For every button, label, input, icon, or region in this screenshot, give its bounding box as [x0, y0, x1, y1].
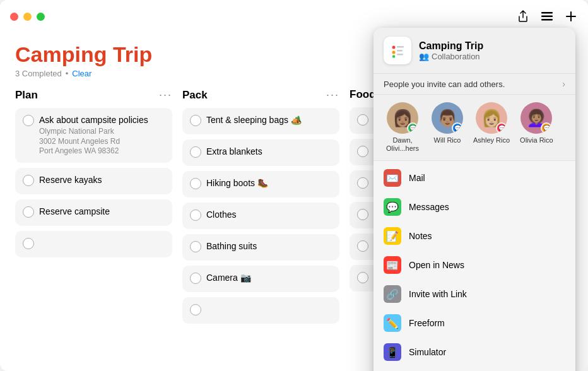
checkbox[interactable]	[23, 115, 34, 126]
avatars-row: 👩🏽 💬 Dawn, Olivi...hers 👨🏽 💬 Will Rico 👩…	[373, 95, 575, 161]
menu-item-shortcuts[interactable]: ⚡ Shortcuts	[373, 367, 575, 371]
avatar-name: Olivia Rico	[520, 136, 553, 144]
list-item-empty[interactable]	[15, 231, 172, 257]
zoom-button[interactable]	[37, 13, 45, 21]
menu-item-mail[interactable]: ✉️ Mail	[373, 163, 575, 192]
checkbox[interactable]	[357, 114, 368, 126]
checkbox[interactable]	[190, 209, 201, 221]
main-window: Camping Trip 3 Completed • Clear Plan ··…	[0, 0, 588, 371]
svg-rect-7	[397, 46, 404, 48]
avatar-badge: 💬	[496, 122, 507, 134]
column-pack-title: Pack	[182, 89, 208, 102]
list-item[interactable]: Hiking boots 🥾	[182, 171, 339, 197]
notes-icon: 📝	[384, 227, 401, 245]
item-text: Ask about campsite policies	[39, 114, 148, 127]
list-item[interactable]: Extra blankets	[182, 139, 339, 166]
checkbox[interactable]	[190, 178, 201, 189]
menu-item-simulator[interactable]: 📱 Simulator	[373, 338, 575, 367]
list-item[interactable]: Tent & sleeping bags 🏕️	[182, 108, 339, 134]
popup-header: Camping Trip 👥 Collaboration	[373, 28, 575, 74]
popup-invite-row[interactable]: People you invite can add others. ›	[373, 74, 575, 95]
link-icon: 🔗	[384, 285, 401, 303]
chevron-right-icon: ›	[562, 79, 565, 89]
avatar-name: Will Rico	[434, 136, 461, 144]
item-text: Bathing suits	[206, 240, 257, 253]
list-item[interactable]: Bathing suits	[182, 234, 339, 261]
svg-rect-8	[397, 50, 403, 52]
menu-item-label: Mail	[409, 173, 425, 183]
menu-items: ✉️ Mail 💬 Messages 📝 Notes 📰 Open in New…	[373, 161, 575, 371]
column-plan-header: Plan ···	[15, 88, 172, 102]
add-button[interactable]	[564, 9, 578, 23]
popup-invite-text: People you invite can add others.	[384, 80, 505, 89]
checkbox[interactable]	[190, 146, 201, 158]
menu-item-messages[interactable]: 💬 Messages	[373, 192, 575, 221]
list-item[interactable]: Reserve kayaks	[15, 168, 172, 194]
traffic-lights	[10, 13, 45, 21]
checkbox[interactable]	[357, 209, 368, 220]
checkbox[interactable]	[357, 177, 368, 189]
avatar-name: Dawn, Olivi...hers	[384, 136, 421, 153]
item-text: Reserve campsite	[39, 206, 110, 218]
minimize-button[interactable]	[23, 13, 32, 21]
list-item-empty[interactable]	[182, 297, 339, 324]
avatar-olivia[interactable]: 👩🏽‍🦱 💬 Olivia Rico	[520, 102, 553, 153]
checkbox[interactable]	[190, 273, 201, 284]
avatar-will[interactable]: 👨🏽 💬 Will Rico	[432, 102, 463, 153]
svg-point-5	[392, 51, 396, 54]
menu-item-label: Invite with Link	[409, 289, 467, 299]
checkbox[interactable]	[190, 304, 201, 315]
clear-button[interactable]: Clear	[72, 69, 91, 78]
freeform-icon: ✏️	[384, 314, 401, 332]
view-button[interactable]	[540, 9, 554, 23]
avatar-dawn[interactable]: 👩🏽 💬 Dawn, Olivi...hers	[384, 102, 421, 153]
svg-point-4	[392, 46, 396, 49]
checkbox[interactable]	[357, 272, 368, 283]
menu-item-freeform[interactable]: ✏️ Freeform	[373, 309, 575, 338]
item-text: Reserve kayaks	[39, 174, 102, 187]
column-pack-menu[interactable]: ···	[326, 88, 339, 102]
svg-rect-0	[541, 12, 553, 14]
messages-icon: 💬	[384, 198, 401, 216]
item-text: Extra blankets	[206, 146, 262, 158]
column-pack: Pack ··· Tent & sleeping bags 🏕️ Extra b…	[182, 88, 350, 356]
item-text: Camera 📷	[206, 272, 251, 285]
svg-rect-1	[541, 16, 553, 18]
popup-subtitle: 👥 Collaboration	[419, 52, 483, 61]
news-icon: 📰	[384, 256, 401, 274]
column-plan-title: Plan	[15, 89, 38, 102]
checkbox[interactable]	[357, 146, 368, 157]
menu-item-invite-with-link[interactable]: 🔗 Invite with Link	[373, 280, 575, 309]
list-item[interactable]: Ask about campsite policies Olympic Nati…	[15, 108, 172, 162]
avatar-badge: 💬	[541, 122, 552, 134]
item-text: Hiking boots 🥾	[206, 177, 268, 190]
menu-item-label: Messages	[409, 202, 449, 212]
completed-count: 3 Completed	[15, 69, 62, 78]
avatar-circle: 👩🏽‍🦱 💬	[520, 102, 552, 134]
menu-item-notes[interactable]: 📝 Notes	[373, 221, 575, 250]
checkbox[interactable]	[357, 240, 368, 252]
column-plan-menu[interactable]: ···	[159, 88, 172, 102]
list-item[interactable]: Camera 📷	[182, 266, 339, 292]
checkbox[interactable]	[190, 115, 201, 126]
close-button[interactable]	[10, 13, 18, 21]
share-button[interactable]	[516, 9, 530, 23]
checkbox[interactable]	[23, 175, 34, 186]
checkbox[interactable]	[23, 206, 34, 218]
column-plan: Plan ··· Ask about campsite policies Oly…	[15, 88, 182, 356]
item-text: Clothes	[206, 209, 236, 221]
avatar-ashley[interactable]: 👩🏼 💬 Ashley Rico	[473, 102, 510, 153]
checkbox[interactable]	[190, 241, 201, 252]
avatar-badge: 💬	[452, 122, 463, 134]
item-text: Tent & sleeping bags 🏕️	[206, 114, 302, 127]
titlebar-actions	[516, 9, 578, 23]
popup-app-icon	[384, 37, 411, 64]
item-subtext: Olympic National Park3002 Mount Angeles …	[39, 127, 148, 156]
popup-title: Camping Trip	[419, 40, 483, 52]
dot-separator: •	[66, 69, 69, 78]
list-item[interactable]: Clothes	[182, 203, 339, 229]
menu-item-open-in-news[interactable]: 📰 Open in News	[373, 250, 575, 280]
checkbox[interactable]	[23, 238, 34, 249]
item-content: Ask about campsite policies Olympic Nati…	[39, 114, 148, 156]
list-item[interactable]: Reserve campsite	[15, 199, 172, 226]
